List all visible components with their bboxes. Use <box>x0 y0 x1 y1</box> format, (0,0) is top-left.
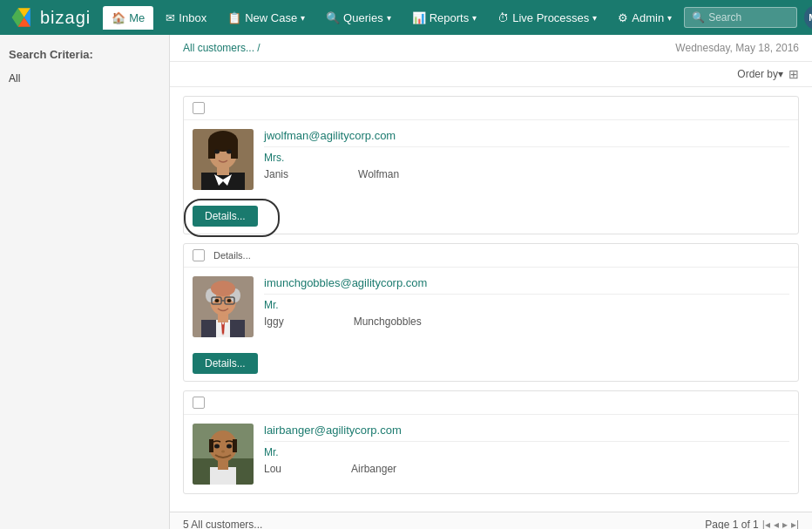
inbox-icon: ✉ <box>166 11 175 24</box>
user-avatar[interactable]: MG <box>804 5 812 30</box>
record-1-details-wrapper: Details... <box>193 206 258 227</box>
record-1-footer: Details... <box>184 199 798 234</box>
new-case-caret-icon: ▾ <box>301 13 305 23</box>
svg-point-26 <box>227 299 232 302</box>
nav-item-inbox[interactable]: ✉ Inbox <box>157 6 215 30</box>
record-3-title: Mr. <box>264 446 789 458</box>
nav-live-processes-label: Live Processes <box>512 11 589 24</box>
record-3-email: lairbanger@agilitycorp.com <box>264 424 789 442</box>
live-processes-caret-icon: ▾ <box>592 13 597 23</box>
nav-item-reports[interactable]: 📊 Reports ▾ <box>403 6 486 30</box>
content-footer: 5 All customers... Page 1 of 1 |◂ ◂ ▸ ▸| <box>170 512 812 529</box>
record-2-checkbox[interactable] <box>193 249 205 261</box>
search-input[interactable] <box>708 11 795 24</box>
record-2-avatar <box>193 276 254 337</box>
record-1-title: Mrs. <box>264 152 789 164</box>
new-case-icon: 📋 <box>227 11 241 24</box>
brand-logo-area: bizagi <box>9 3 91 31</box>
date-display: Wednesday, May 18, 2016 <box>675 42 799 54</box>
nav-inbox-label: Inbox <box>179 11 206 24</box>
record-1-checkbox[interactable] <box>193 102 205 114</box>
record-3-checkbox[interactable] <box>193 397 205 409</box>
svg-point-12 <box>227 150 232 154</box>
nav-reports-label: Reports <box>430 11 470 24</box>
admin-caret-icon: ▾ <box>667 13 672 23</box>
record-2-email: imunchgobbles@agilitycorp.com <box>264 276 789 295</box>
sidebar: Search Criteria: All <box>0 35 170 529</box>
record-card-1: jwolfman@agilitycorp.com Mrs. Janis Wolf… <box>183 96 799 234</box>
prev-page-icon[interactable]: ◂ <box>774 519 779 529</box>
record-3-avatar <box>193 424 254 485</box>
record-2-body: imunchgobbles@agilitycorp.com Mr. Iggy M… <box>184 268 798 346</box>
record-3-avatar-img <box>193 424 254 485</box>
content-area: All customers... / Wednesday, May 18, 20… <box>170 35 812 529</box>
record-1-firstname: Janis <box>264 168 288 180</box>
nav-item-admin[interactable]: ⚙ Admin ▾ <box>609 6 680 30</box>
svg-point-21 <box>211 281 235 296</box>
pagination: Page 1 of 1 |◂ ◂ ▸ ▸| <box>705 519 799 529</box>
svg-point-35 <box>214 444 220 449</box>
record-1-lastname: Wolfman <box>358 168 399 180</box>
svg-rect-10 <box>231 141 238 159</box>
record-3-body: lairbanger@agilitycorp.com Mr. Lou Airba… <box>184 415 798 493</box>
record-3-name-row: Lou Airbanger <box>264 463 789 475</box>
sidebar-item-all[interactable]: All <box>9 70 160 87</box>
nav-item-new-case[interactable]: 📋 New Case ▾ <box>219 6 314 30</box>
svg-rect-9 <box>208 141 215 159</box>
svg-rect-34 <box>233 439 237 452</box>
record-1-name-row: Janis Wolfman <box>264 168 789 180</box>
record-1-body: jwolfman@agilitycorp.com Mrs. Janis Wolf… <box>184 120 798 199</box>
filter-icon[interactable]: ⊞ <box>788 67 799 81</box>
records-area: jwolfman@agilitycorp.com Mrs. Janis Wolf… <box>170 87 812 512</box>
search-criteria-label: Search Criteria: <box>9 48 160 61</box>
avatar-initials: MG <box>809 12 812 23</box>
record-2-name-row: Iggy Munchgobbles <box>264 315 789 328</box>
svg-point-11 <box>214 150 220 154</box>
record-2-avatar-img <box>193 276 254 337</box>
search-box[interactable]: 🔍 <box>684 7 797 28</box>
record-2-details-floating-label: Details... <box>213 250 251 261</box>
nav-item-me[interactable]: 🏠 Me <box>103 6 153 30</box>
nav-queries-label: Queries <box>343 11 383 24</box>
record-1-details-button[interactable]: Details... <box>193 206 258 227</box>
main-layout: Search Criteria: All All customers... / … <box>0 35 812 529</box>
svg-rect-33 <box>209 439 213 452</box>
record-2-details-button[interactable]: Details... <box>193 353 258 374</box>
nav-admin-label: Admin <box>632 11 664 24</box>
order-by-button[interactable]: Order by▾ <box>737 68 783 80</box>
record-2-header: Details... <box>184 244 798 268</box>
admin-icon: ⚙ <box>618 11 628 24</box>
nav-new-case-label: New Case <box>245 11 297 24</box>
nav-item-live-processes[interactable]: ⏱ Live Processes ▾ <box>489 6 606 30</box>
record-card-3: lairbanger@agilitycorp.com Mr. Lou Airba… <box>183 390 799 494</box>
page-info-label: Page 1 of 1 <box>705 519 758 529</box>
svg-point-36 <box>227 444 232 449</box>
record-1-header <box>184 97 798 120</box>
record-3-header <box>184 391 798 415</box>
queries-icon: 🔍 <box>326 11 340 24</box>
brand-name: bizagi <box>40 8 91 28</box>
next-page-icon[interactable]: ▸ <box>782 519 788 529</box>
record-1-info: jwolfman@agilitycorp.com Mrs. Janis Wolf… <box>264 129 789 180</box>
record-2-footer: Details... <box>184 346 798 381</box>
order-bar: Order by▾ ⊞ <box>170 62 812 87</box>
record-2-firstname: Iggy <box>264 315 284 328</box>
record-card-2: Details... <box>183 243 799 382</box>
record-2-lastname: Munchgobbles <box>354 315 422 328</box>
record-1-avatar <box>193 129 254 190</box>
record-3-lastname: Airbanger <box>351 463 396 475</box>
record-3-info: lairbanger@agilitycorp.com Mr. Lou Airba… <box>264 424 789 475</box>
svg-point-25 <box>215 299 220 302</box>
queries-caret-icon: ▾ <box>387 13 391 23</box>
total-count-label: 5 All customers... <box>183 519 262 529</box>
record-3-firstname: Lou <box>264 463 281 475</box>
record-1-email: jwolfman@agilitycorp.com <box>264 129 789 147</box>
nav-me-label: Me <box>129 11 145 24</box>
svg-point-37 <box>221 451 225 453</box>
me-icon: 🏠 <box>112 11 125 24</box>
nav-item-queries[interactable]: 🔍 Queries ▾ <box>317 6 400 30</box>
first-page-icon[interactable]: |◂ <box>762 519 770 529</box>
last-page-icon[interactable]: ▸| <box>791 519 799 529</box>
breadcrumb[interactable]: All customers... / <box>183 42 261 54</box>
search-icon: 🔍 <box>692 11 705 24</box>
